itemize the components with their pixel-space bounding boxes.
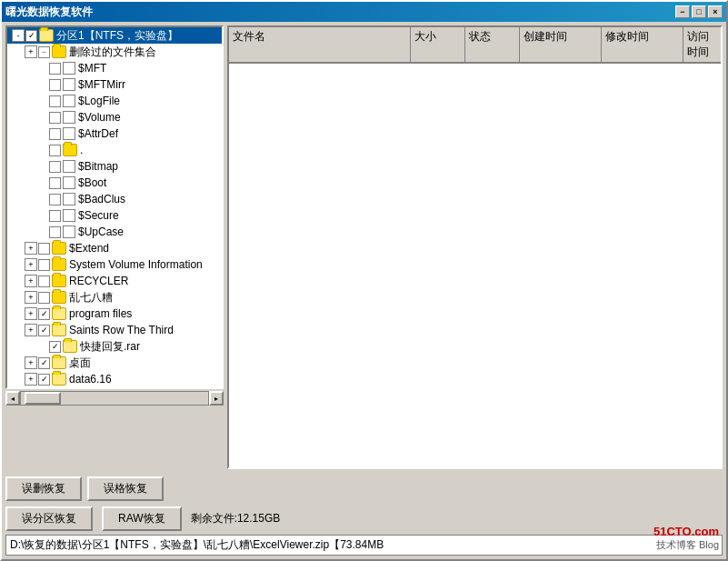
tree-item-programfiles[interactable]: +✓program files xyxy=(7,306,222,322)
window-title: 曙光数据恢复软件 xyxy=(5,5,93,20)
tree-item-mft[interactable]: $MFT xyxy=(7,60,222,76)
horizontal-scrollbar[interactable]: ◂ ▸ xyxy=(5,391,224,406)
checkbox-kuaijie[interactable]: ✓ xyxy=(49,341,61,353)
tree-item-dot[interactable]: . xyxy=(7,142,222,158)
tree-label-boot: $Boot xyxy=(78,176,106,189)
tree-item-saintsrow[interactable]: +✓Saints Row The Third xyxy=(7,322,222,338)
file-icon-secure xyxy=(63,209,75,222)
checkbox-data6[interactable]: ✓ xyxy=(38,374,50,386)
tree-item-data6[interactable]: +✓data6.16 xyxy=(7,371,222,387)
tree-item-sysvolinfo[interactable]: +System Volume Information xyxy=(7,256,222,273)
col-header-size[interactable]: 大小 xyxy=(411,27,465,63)
checkbox-logfile[interactable] xyxy=(49,95,61,107)
checkbox-deleted[interactable]: − xyxy=(38,46,50,58)
tree-panel[interactable]: -✓分区1【NTFS，实验盘】+−删除过的文件集合$MFT$MFTMirr$Lo… xyxy=(5,25,224,389)
scroll-left-arrow[interactable]: ◂ xyxy=(5,391,20,406)
raw-button[interactable]: RAW恢复 xyxy=(102,506,182,531)
checkbox-recycler[interactable] xyxy=(38,275,50,287)
expand-btn-extend[interactable]: + xyxy=(25,242,37,255)
col-header-accessed[interactable]: 访问时间 xyxy=(683,27,721,63)
tree-item-mftmirr[interactable]: $MFTMirr xyxy=(7,76,222,93)
tree-item-badclus[interactable]: $BadClus xyxy=(7,191,222,207)
tree-item-secure[interactable]: $Secure xyxy=(7,207,222,224)
tree-item-luanqiba[interactable]: +乱七八糟 xyxy=(7,289,222,306)
scroll-right-arrow[interactable]: ▸ xyxy=(209,391,224,406)
checkbox-root[interactable]: ✓ xyxy=(25,30,37,42)
folder-icon-saintsrow xyxy=(52,324,66,336)
scroll-track[interactable] xyxy=(20,391,209,406)
tree-item-volume[interactable]: $Volume xyxy=(7,109,222,125)
tree-item-zhuomian[interactable]: +✓桌面 xyxy=(7,355,222,371)
checkbox-bitmap[interactable] xyxy=(49,161,61,173)
misformat-button[interactable]: 误格恢复 xyxy=(87,476,164,501)
folder-icon-programfiles xyxy=(52,307,66,320)
checkbox-mft[interactable] xyxy=(49,63,61,75)
file-icon-volume xyxy=(63,111,75,124)
mispartition-button[interactable]: 误分区恢复 xyxy=(5,506,93,531)
checkbox-secure[interactable] xyxy=(49,210,61,222)
tree-item-boot[interactable]: $Boot xyxy=(7,175,222,191)
tree-item-deleted[interactable]: +−删除过的文件集合 xyxy=(7,44,222,60)
maximize-button[interactable]: □ xyxy=(692,5,706,18)
checkbox-saintsrow[interactable]: ✓ xyxy=(38,325,50,336)
tree-item-upcase[interactable]: $UpCase xyxy=(7,224,222,240)
expand-btn-deleted[interactable]: + xyxy=(25,45,37,58)
checkbox-attrdef[interactable] xyxy=(49,128,61,140)
checkbox-luanqiba[interactable] xyxy=(38,292,50,304)
expand-btn-data6[interactable]: + xyxy=(25,373,37,386)
tree-label-saintsrow: Saints Row The Third xyxy=(69,324,174,336)
checkbox-dot[interactable] xyxy=(49,145,61,156)
file-icon-mft xyxy=(63,62,75,75)
checkbox-mftmirr[interactable] xyxy=(49,79,61,91)
folder-icon-root xyxy=(39,29,54,42)
checkbox-sysvolinfo[interactable] xyxy=(38,259,50,271)
tree-item-logfile[interactable]: $LogFile xyxy=(7,93,222,109)
expand-btn-zhuomian[interactable]: + xyxy=(25,356,37,369)
col-header-filename[interactable]: 文件名 xyxy=(229,27,411,63)
tree-item-root[interactable]: -✓分区1【NTFS，实验盘】 xyxy=(7,27,222,44)
tree-label-upcase: $UpCase xyxy=(78,225,124,238)
tree-label-zhuomian: 桌面 xyxy=(69,356,91,371)
tree-label-recycler: RECYCLER xyxy=(69,275,128,287)
tree-label-deleted: 删除过的文件集合 xyxy=(69,45,156,60)
expand-btn-sysvolinfo[interactable]: + xyxy=(25,258,37,271)
checkbox-boot[interactable] xyxy=(49,177,61,189)
folder-icon-data6 xyxy=(52,373,66,386)
close-button[interactable]: × xyxy=(708,5,723,18)
tree-item-kuaijie[interactable]: ✓快捷回复.rar xyxy=(7,338,222,355)
tree-label-dot: . xyxy=(80,144,83,156)
bottom-area: 误删恢复 误格恢复 误分区恢复 RAW恢复 剩余文件:12.15GB D:\恢复… xyxy=(2,473,726,559)
col-header-status[interactable]: 状态 xyxy=(465,27,520,63)
file-table-body xyxy=(229,64,721,467)
checkbox-programfiles[interactable]: ✓ xyxy=(38,308,50,320)
watermark-site: 51CTO.com xyxy=(653,525,719,538)
scroll-thumb[interactable] xyxy=(25,392,61,405)
tree-label-sysvolinfo: System Volume Information xyxy=(69,258,203,271)
expand-btn-programfiles[interactable]: + xyxy=(25,307,37,320)
checkbox-extend[interactable] xyxy=(38,243,50,255)
tree-item-attrdef[interactable]: $AttrDef xyxy=(7,125,222,142)
tree-item-bitmap[interactable]: $Bitmap xyxy=(7,158,222,175)
expand-btn-recycler[interactable]: + xyxy=(25,275,37,287)
tree-item-extend[interactable]: +$Extend xyxy=(7,240,222,256)
tree-label-luanqiba: 乱七八糟 xyxy=(69,290,113,306)
misdelete-button[interactable]: 误删恢复 xyxy=(5,476,82,501)
file-icon-mftmirr xyxy=(63,78,75,91)
expand-btn-luanqiba[interactable]: + xyxy=(25,291,37,304)
minimize-button[interactable]: − xyxy=(675,5,690,18)
folder-icon-luanqiba xyxy=(52,291,66,304)
tree-item-recycler[interactable]: +RECYCLER xyxy=(7,273,222,289)
watermark-blog: 技术博客 Blog xyxy=(653,538,719,552)
checkbox-badclus[interactable] xyxy=(49,194,61,205)
tree-label-extend: $Extend xyxy=(69,242,109,255)
expand-btn-saintsrow[interactable]: + xyxy=(25,324,37,336)
expand-btn-root[interactable]: - xyxy=(12,29,25,42)
checkbox-upcase[interactable] xyxy=(49,226,61,238)
folder-icon-sysvolinfo xyxy=(52,258,66,271)
col-header-created[interactable]: 创建时间 xyxy=(520,27,602,63)
col-header-modified[interactable]: 修改时间 xyxy=(602,27,683,63)
checkbox-zhuomian[interactable]: ✓ xyxy=(38,357,50,369)
status-row: 误分区恢复 RAW恢复 剩余文件:12.15GB xyxy=(5,506,723,531)
checkbox-volume[interactable] xyxy=(49,112,61,124)
titlebar: 曙光数据恢复软件 − □ × xyxy=(2,2,726,22)
